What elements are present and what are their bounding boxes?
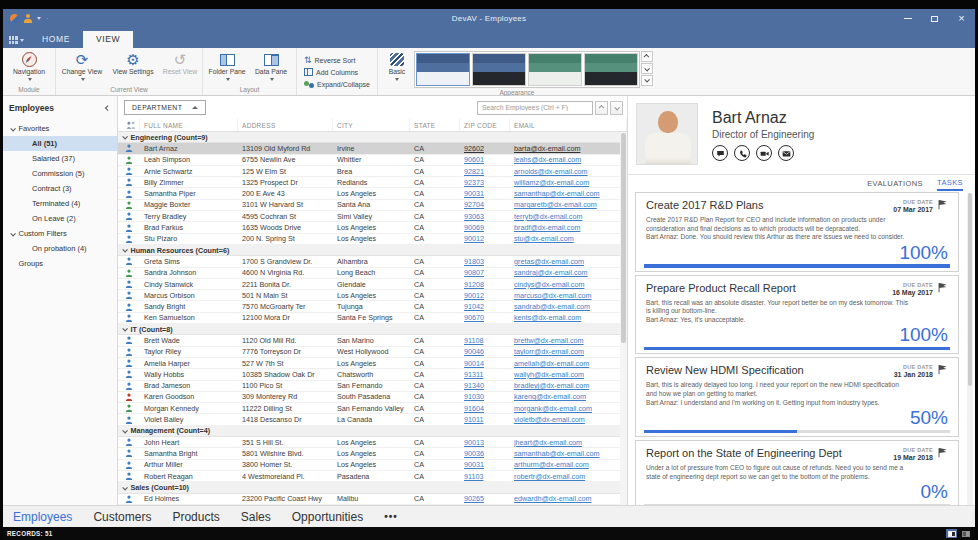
table-row-sandy-bright[interactable]: Sandy Bright 7570 McGroarty Ter Tujunga … — [118, 301, 627, 312]
zip-link[interactable]: 90012 — [464, 291, 484, 300]
nav-item-products[interactable]: Products — [172, 510, 219, 524]
sidebar-item-on-leave-2[interactable]: On Leave (2) — [3, 211, 117, 226]
table-row-taylor-riley[interactable]: Taylor Riley 7776 Torreyson Dr West Holl… — [118, 347, 627, 358]
zip-link[interactable]: 92821 — [464, 167, 484, 176]
flag-button[interactable] — [937, 282, 948, 293]
app-menu-button[interactable] — [3, 32, 29, 48]
zip-link[interactable]: 90031 — [464, 189, 484, 198]
email-link[interactable]: bradleyj@dx-email.com — [514, 381, 589, 390]
zip-link[interactable]: 91030 — [464, 392, 484, 401]
task-card-3[interactable]: Review New HDMI Specification DUE DATE 3… — [635, 357, 959, 437]
task-card-1[interactable]: Create 2017 R&D Plans DUE DATE 07 Mar 20… — [635, 192, 959, 272]
email-link[interactable]: morgank@dx-email.com — [514, 404, 592, 413]
gallery-scroll-down-button[interactable] — [641, 63, 653, 74]
table-row-stu-pizaro[interactable]: Stu Pizaro 200 N. Spring St Los Angeles … — [118, 234, 627, 245]
add-columns-button[interactable]: Add Columns — [300, 66, 362, 78]
gallery-expand-button[interactable] — [641, 75, 653, 86]
email-link[interactable]: sandraj@dx-email.com — [514, 268, 588, 277]
table-row-arthur-miller[interactable]: Arthur Miller 3800 Homer St. Los Angeles… — [118, 460, 627, 471]
flag-button[interactable] — [937, 199, 948, 210]
zip-link[interactable]: 90670 — [464, 313, 484, 322]
sidebar-item-contract-3[interactable]: Contract (3) — [3, 181, 117, 196]
chat-button[interactable] — [712, 145, 728, 161]
tab-evaluations[interactable]: EVALUATIONS — [867, 177, 923, 190]
zip-link[interactable]: 90265 — [464, 494, 484, 503]
zip-link[interactable]: 91340 — [464, 381, 484, 390]
email-link[interactable]: robertr@dx-email.com — [514, 472, 585, 481]
zip-link[interactable]: 92704 — [464, 200, 484, 209]
folder-pane-button[interactable]: Folder Pane — [206, 50, 248, 84]
zip-link[interactable]: 90013 — [464, 438, 484, 447]
search-next-button[interactable] — [610, 101, 623, 115]
table-row-brad-jameson[interactable]: Brad Jameson 1100 Pico St San Fernando C… — [118, 381, 627, 392]
ribbon-tab-view[interactable]: VIEW — [83, 31, 133, 48]
search-input[interactable] — [477, 101, 593, 115]
close-button[interactable]: × — [948, 9, 975, 28]
zip-link[interactable]: 92602 — [464, 144, 484, 153]
email-link[interactable]: leahs@dx-email.com — [514, 155, 581, 164]
table-row-sandra-johnson[interactable]: Sandra Johnson 4600 N Virginia Rd. Long … — [118, 268, 627, 279]
table-row-amelia-harper[interactable]: Amelia Harper 527 W 7th St Los Angeles C… — [118, 358, 627, 369]
email-link[interactable]: arnolds@dx-email.com — [514, 167, 588, 176]
nav-item-opportunities[interactable]: Opportunities — [292, 510, 363, 524]
email-link[interactable]: arthurm@dx-email.com — [514, 460, 589, 469]
zip-link[interactable]: 91604 — [464, 404, 484, 413]
navigation-button[interactable]: Navigation — [6, 50, 52, 84]
email-link[interactable]: cindys@dx-email.com — [514, 280, 584, 289]
appearance-swatch-4[interactable] — [584, 53, 638, 86]
reset-view-button[interactable]: ↺ Reset View — [161, 50, 199, 76]
table-row-samantha-piper[interactable]: Samantha Piper 200 E Ave 43 Los Angeles … — [118, 188, 627, 199]
zip-link[interactable]: 90014 — [464, 359, 484, 368]
email-link[interactable]: stu@dx-email.com — [514, 234, 574, 243]
email-link[interactable]: brettw@dx-email.com — [514, 336, 584, 345]
minimize-button[interactable] — [894, 9, 921, 28]
layout-toggle-button-1[interactable] — [946, 529, 957, 538]
zip-link[interactable]: 92373 — [464, 178, 484, 187]
column-header-city[interactable]: CITY — [333, 119, 410, 131]
group-by-department-button[interactable]: DEPARTMENT — [124, 100, 206, 115]
email-link[interactable]: samanthap@dx-email.com — [514, 189, 600, 198]
layout-toggle-button-2[interactable] — [960, 529, 971, 538]
email-link[interactable]: kareng@dx-email.com — [514, 392, 586, 401]
group-row-management-count-4[interactable]: Management (Count=4) — [118, 426, 627, 437]
zip-link[interactable]: 90601 — [464, 155, 484, 164]
zip-link[interactable]: 91311 — [464, 370, 483, 379]
tasks-scrollbar-thumb[interactable] — [968, 193, 972, 386]
table-row-ken-samuelson[interactable]: Ken Samuelson 12100 Mora Dr Santa Fe Spr… — [118, 313, 627, 324]
zip-link[interactable]: 90031 — [464, 460, 484, 469]
table-row-robert-reagan[interactable]: Robert Reagan 4 Westmoreland Pl. Pasaden… — [118, 471, 627, 482]
table-row-cindy-stanwick[interactable]: Cindy Stanwick 2211 Bonita Dr. Glendale … — [118, 279, 627, 290]
nav-item-more[interactable]: ••• — [384, 511, 398, 522]
zip-link[interactable]: 90012 — [464, 234, 484, 243]
basic-appearance-button[interactable]: Basic — [381, 50, 413, 84]
zip-link[interactable]: 90069 — [464, 223, 484, 232]
column-header-zip-code[interactable]: ZIP CODE — [460, 119, 510, 131]
email-link[interactable]: ameliah@dx-email.com — [514, 359, 589, 368]
sidebar-item-on-probation-4[interactable]: On probation (4) — [3, 241, 117, 256]
row-icon-column-header[interactable] — [118, 119, 140, 131]
view-settings-button[interactable]: ⚙ View Settings — [106, 50, 160, 76]
email-link[interactable]: wallyh@dx-email.com — [514, 370, 584, 379]
email-link[interactable]: gretas@dx-email.com — [514, 257, 584, 266]
appearance-swatch-3[interactable] — [528, 53, 582, 86]
sidebar-item-commission-5[interactable]: Commission (5) — [3, 166, 117, 181]
email-link[interactable]: jheart@dx-email.com — [514, 438, 582, 447]
maximize-button[interactable] — [921, 9, 948, 28]
email-link[interactable]: violetb@dx-email.com — [514, 415, 585, 424]
email-link[interactable]: bradf@dx-email.com — [514, 223, 580, 232]
email-link[interactable]: kents@dx-email.com — [514, 313, 581, 322]
table-row-terry-bradley[interactable]: Terry Bradley 4595 Cochran St Simi Valle… — [118, 211, 627, 222]
table-row-leah-simpson[interactable]: Leah Simpson 6755 Newlin Ave Whittier CA… — [118, 155, 627, 166]
email-link[interactable]: marcuso@dx-email.com — [514, 291, 592, 300]
zip-link[interactable]: 91803 — [464, 257, 484, 266]
email-link[interactable]: edwardh@dx-email.com — [514, 494, 592, 503]
appearance-swatch-2[interactable] — [472, 53, 526, 86]
zip-link[interactable]: 90036 — [464, 449, 484, 458]
table-row-morgan-kennedy[interactable]: Morgan Kennedy 11222 Dilling St San Fern… — [118, 403, 627, 414]
sidebar-item-terminated-4[interactable]: Terminated (4) — [3, 196, 117, 211]
grid-scrollbar-thumb[interactable] — [621, 133, 626, 343]
grid-scrollbar[interactable] — [620, 132, 627, 505]
group-row-human-resources-count-6[interactable]: Human Resources (Count=6) — [118, 245, 627, 256]
zip-link[interactable]: 91103 — [464, 472, 483, 481]
table-row-billy-zimmer[interactable]: Billy Zimmer 1325 Prospect Dr Redlands C… — [118, 177, 627, 188]
